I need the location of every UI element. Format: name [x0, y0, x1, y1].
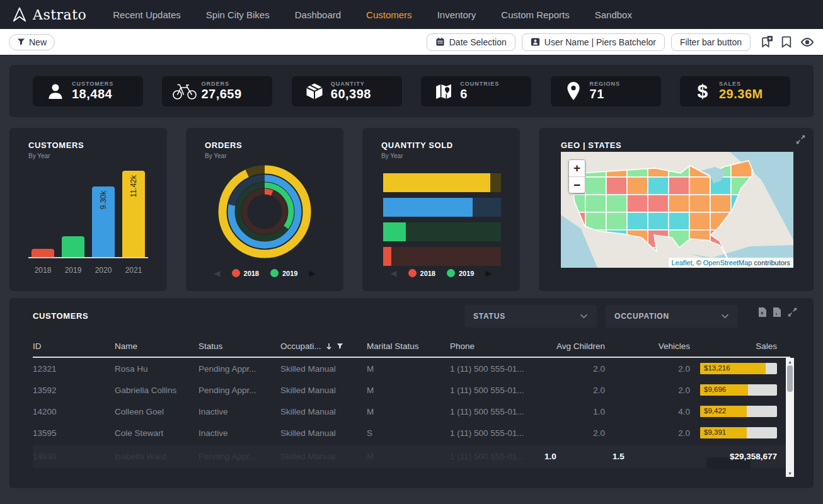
nav-item-custom-reports[interactable]: Custom Reports	[501, 9, 569, 20]
eye-icon[interactable]	[800, 37, 814, 47]
table-row[interactable]: 14200 Colleen Goel Inactive Skilled Manu…	[33, 401, 790, 422]
state-shape[interactable]	[627, 195, 648, 212]
col-header-id[interactable]: ID	[33, 341, 115, 351]
state-shape[interactable]	[710, 195, 731, 212]
hbar-2018[interactable]	[383, 247, 501, 266]
scroll-down-icon[interactable]: ▼	[788, 469, 792, 477]
bar-2020[interactable]: 9.30k	[92, 171, 115, 257]
export-excel-icon[interactable]: x	[758, 307, 767, 318]
nav-item-customers[interactable]: Customers	[366, 9, 412, 20]
nav-item-recent-updates[interactable]: Recent Updates	[113, 9, 181, 20]
attribution-text: , ©	[693, 259, 703, 266]
table-row[interactable]: 13595 Cole Stewart Inactive Skilled Manu…	[33, 422, 790, 444]
customers-bar-chart[interactable]: 9.30k 11.42k	[28, 171, 148, 258]
charts-row: CUSTOMERS By Year 9.30k 11.42k 2018 2019…	[9, 128, 814, 291]
state-shape[interactable]	[606, 177, 627, 195]
app-window: Astrato Recent Updates Spin City Bikes D…	[0, 0, 823, 504]
cell-occupation: Skilled Manual	[280, 407, 367, 416]
scroll-up-icon[interactable]: ▲	[788, 358, 792, 365]
col-header-status[interactable]: Status	[199, 341, 280, 351]
state-shape[interactable]	[689, 195, 710, 212]
attribution-text: contributors	[752, 259, 790, 266]
cell-sales: $9,696	[698, 384, 785, 396]
state-shape[interactable]	[606, 195, 627, 212]
state-shape[interactable]	[669, 212, 689, 230]
state-shape[interactable]	[648, 195, 669, 212]
legend-prev-icon[interactable]: ◀	[214, 269, 221, 277]
state-shape[interactable]	[689, 177, 710, 195]
nav-item-dashboard[interactable]: Dashboard	[295, 9, 341, 20]
nav-item-sandbox[interactable]: Sandbox	[595, 9, 632, 20]
status-filter-dropdown[interactable]: STATUS	[464, 305, 597, 328]
leaflet-link[interactable]: Leaflet	[672, 259, 693, 266]
legend-prev-icon[interactable]: ◀	[391, 269, 397, 277]
toolbar-icon-group	[761, 36, 814, 48]
col-header-avg-children[interactable]: Avg Children	[544, 341, 613, 351]
cell-vehicles: 2.0	[613, 386, 698, 395]
col-header-occupation[interactable]: Occupati...	[280, 341, 367, 351]
date-selection-button[interactable]: Date Selection	[427, 33, 515, 51]
state-shape[interactable]	[648, 177, 669, 195]
legend-next-icon[interactable]: ▶	[485, 269, 492, 277]
export-csv-icon[interactable]: ,	[773, 307, 781, 318]
cell-phone: 1 (11) 500 555-01...	[450, 428, 544, 438]
sort-desc-icon[interactable]	[326, 343, 332, 350]
col-header-vehicles[interactable]: Vehicles	[613, 341, 698, 351]
person-badge-icon	[531, 37, 540, 47]
leaflet-map[interactable]: + − Leaflet, © OpenStreetMap contributor…	[561, 152, 793, 268]
state-shape[interactable]	[585, 195, 606, 212]
state-shape[interactable]	[689, 212, 710, 230]
zoom-out-button[interactable]: −	[569, 176, 585, 193]
bookmark-add-icon[interactable]	[761, 36, 773, 48]
state-shape[interactable]	[606, 212, 627, 230]
legend-item-2018[interactable]: 2018	[232, 269, 259, 277]
state-shape[interactable]	[627, 212, 648, 230]
state-shape[interactable]	[669, 177, 689, 195]
table-row[interactable]: 13592 Gabriella Collins Pending Appr... …	[33, 379, 790, 401]
cell-phone: 1 (11) 500 555-01...	[450, 386, 544, 395]
col-header-name[interactable]: Name	[115, 341, 199, 351]
legend-item-2019[interactable]: 2019	[270, 269, 297, 277]
bar-2019[interactable]	[62, 171, 84, 257]
donut-ring-2021[interactable]	[222, 169, 307, 254]
hbar-2019[interactable]	[383, 222, 501, 241]
scrollbar-thumb[interactable]	[787, 365, 793, 392]
quantity-bar-chart[interactable]	[383, 173, 501, 266]
sales-bar-label: $9,391	[704, 428, 726, 436]
legend-item-2018[interactable]: 2018	[408, 269, 435, 277]
brand[interactable]: Astrato	[11, 6, 86, 23]
new-filter-button[interactable]: New	[9, 34, 55, 50]
bar-2021[interactable]: 11.42k	[122, 171, 145, 257]
filter-bar-button[interactable]: Filter bar button	[671, 33, 751, 51]
nav-item-spin-city-bikes[interactable]: Spin City Bikes	[206, 9, 270, 20]
user-name-button[interactable]: User Name | Piers Batchelor	[522, 33, 665, 51]
cell-marital: S	[367, 428, 450, 438]
table-scrollbar[interactable]: ▲ ▼	[786, 358, 794, 477]
us-states-map[interactable]	[561, 152, 793, 268]
openstreetmap-link[interactable]: OpenStreetMap	[703, 259, 752, 266]
orders-radial-chart[interactable]	[214, 161, 316, 263]
state-shape[interactable]	[648, 212, 669, 230]
bookmark-icon[interactable]	[781, 36, 791, 48]
hbar-2021[interactable]	[383, 173, 501, 192]
legend-next-icon[interactable]: ▶	[309, 269, 315, 277]
expand-icon[interactable]	[787, 307, 798, 318]
occupation-filter-dropdown[interactable]: OCCUPATION	[606, 305, 738, 328]
toolbar-right: Date Selection User Name | Piers Batchel…	[427, 33, 814, 51]
bar-2018[interactable]	[32, 171, 54, 257]
col-header-sales[interactable]: Sales	[698, 341, 785, 351]
hbar-2020[interactable]	[383, 198, 501, 217]
nav-item-inventory[interactable]: Inventory	[437, 9, 476, 20]
expand-icon[interactable]	[795, 134, 806, 145]
zoom-in-button[interactable]: +	[569, 160, 585, 176]
cell-name: Colleen Goel	[115, 407, 199, 416]
column-filter-icon[interactable]	[337, 343, 343, 350]
state-shape[interactable]	[627, 177, 648, 195]
brand-name: Astrato	[33, 7, 86, 23]
col-header-phone[interactable]: Phone	[450, 341, 544, 351]
state-shape[interactable]	[585, 177, 606, 195]
col-header-marital-status[interactable]: Marital Status	[367, 341, 450, 351]
legend-item-2019[interactable]: 2019	[447, 269, 474, 277]
state-shape[interactable]	[669, 195, 689, 212]
table-row[interactable]: 12321 Rosa Hu Pending Appr... Skilled Ma…	[33, 358, 790, 379]
